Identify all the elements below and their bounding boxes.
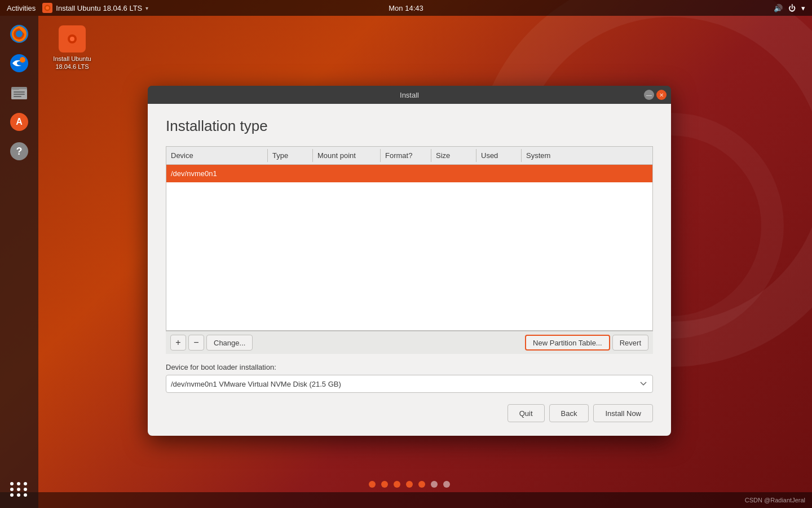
window-minimize-button[interactable]: — xyxy=(644,90,654,100)
col-mount: Mount point xyxy=(313,149,381,162)
svg-rect-10 xyxy=(14,94,25,95)
window-controls: — ✕ xyxy=(644,90,667,100)
col-system: System xyxy=(522,149,652,162)
bottombar-text: CSDN @RadiantJeral xyxy=(745,497,805,503)
partition-table-body: /dev/nvme0n1 xyxy=(166,165,652,330)
svg-point-1 xyxy=(46,6,49,10)
dot-6[interactable] xyxy=(431,481,438,488)
app-indicator-dropdown[interactable]: ▾ xyxy=(145,5,148,11)
row-system xyxy=(522,167,652,180)
install-now-button[interactable]: Install Now xyxy=(593,404,653,422)
topbar: Activities Install Ubuntu 18.04.6 LTS ▾ … xyxy=(0,0,812,16)
row-used xyxy=(476,167,522,180)
svg-rect-9 xyxy=(14,91,25,93)
dot-7[interactable] xyxy=(443,481,450,488)
back-button[interactable]: Back xyxy=(549,404,589,422)
bootloader-label: Device for boot loader installation: xyxy=(166,363,653,371)
svg-point-3 xyxy=(16,30,23,37)
svg-point-18 xyxy=(70,37,74,41)
dock-item-firefox[interactable] xyxy=(6,20,33,47)
topbar-clock: Mon 14:43 xyxy=(389,4,423,12)
dock: A ? xyxy=(0,16,38,508)
app-grid-icon xyxy=(10,482,28,497)
desktop-icon-label: Install Ubuntu 18.04.6 LTS xyxy=(53,55,91,71)
bootloader-select[interactable]: /dev/nvme0n1 VMware Virtual NVMe Disk (2… xyxy=(166,375,653,393)
remove-partition-button[interactable]: − xyxy=(188,335,204,351)
svg-text:?: ? xyxy=(16,146,23,157)
quit-button[interactable]: Quit xyxy=(508,404,545,422)
dot-5[interactable] xyxy=(418,481,425,488)
svg-point-5 xyxy=(20,57,25,63)
app-indicator-label: Install Ubuntu 18.04.6 LTS xyxy=(56,4,142,12)
svg-rect-11 xyxy=(14,96,21,97)
col-device: Device xyxy=(166,149,268,162)
row-device: /dev/nvme0n1 xyxy=(166,167,268,180)
col-type: Type xyxy=(268,149,313,162)
row-type xyxy=(268,167,313,180)
col-used: Used xyxy=(476,149,522,162)
change-partition-button[interactable]: Change... xyxy=(206,335,253,351)
dock-item-files[interactable] xyxy=(6,79,33,106)
topbar-left: Activities Install Ubuntu 18.04.6 LTS ▾ xyxy=(7,3,148,13)
app-indicator[interactable]: Install Ubuntu 18.04.6 LTS ▾ xyxy=(42,3,148,13)
partition-toolbar: + − Change... New Partition Table... Rev… xyxy=(166,331,653,354)
power-icon[interactable]: ⏻ xyxy=(788,4,796,12)
dot-3[interactable] xyxy=(394,481,400,488)
revert-button[interactable]: Revert xyxy=(612,335,648,351)
svg-text:A: A xyxy=(16,117,23,126)
col-format: Format? xyxy=(381,149,431,162)
dock-app-grid[interactable] xyxy=(10,482,28,497)
window-titlebar: Install — ✕ xyxy=(148,86,671,104)
install-window: Install — ✕ Installation type Device Typ… xyxy=(148,86,671,436)
row-format xyxy=(381,167,431,180)
volume-icon[interactable]: 🔊 xyxy=(774,4,783,12)
bottombar: CSDN @RadiantJeral xyxy=(0,492,812,508)
dock-item-software[interactable]: A xyxy=(6,108,33,135)
desktop-icon-image xyxy=(59,25,86,52)
add-partition-button[interactable]: + xyxy=(170,335,186,351)
new-partition-table-button[interactable]: New Partition Table... xyxy=(525,335,610,351)
window-title: Install xyxy=(400,91,419,99)
bootloader-section: Device for boot loader installation: /de… xyxy=(166,363,653,393)
table-row[interactable]: /dev/nvme0n1 xyxy=(166,165,652,182)
dock-item-help[interactable]: ? xyxy=(6,138,33,165)
dot-4[interactable] xyxy=(406,481,413,488)
col-size: Size xyxy=(431,149,476,162)
desktop-icon-install-ubuntu[interactable]: Install Ubuntu 18.04.6 LTS xyxy=(50,25,95,71)
window-content: Installation type Device Type Mount poin… xyxy=(148,104,671,436)
partition-table-header: Device Type Mount point Format? Size Use… xyxy=(166,147,652,165)
row-size xyxy=(431,167,476,180)
window-close-button[interactable]: ✕ xyxy=(656,90,667,100)
dot-1[interactable] xyxy=(369,481,376,488)
partition-table-container: Device Type Mount point Format? Size Use… xyxy=(166,146,653,331)
system-dropdown-icon[interactable]: ▾ xyxy=(801,4,805,12)
page-title: Installation type xyxy=(166,117,653,135)
dot-2[interactable] xyxy=(381,481,388,488)
action-buttons: Quit Back Install Now xyxy=(166,404,653,422)
topbar-right: 🔊 ⏻ ▾ xyxy=(774,4,805,12)
row-mount xyxy=(313,167,381,180)
svg-rect-8 xyxy=(12,87,19,90)
dock-item-thunderbird[interactable] xyxy=(6,50,33,77)
activities-button[interactable]: Activities xyxy=(7,4,36,12)
slideshow-dots xyxy=(148,481,671,488)
app-indicator-icon xyxy=(42,3,52,13)
